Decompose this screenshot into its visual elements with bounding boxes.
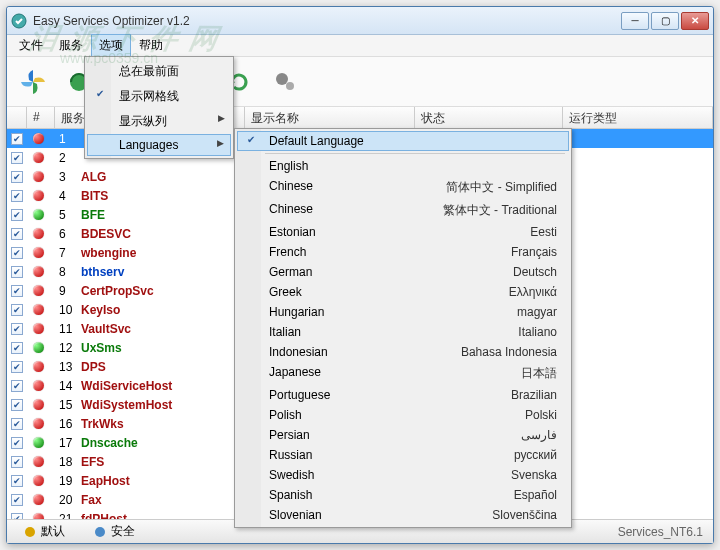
row-status-dot	[27, 207, 55, 223]
status-safe-button[interactable]: 安全	[83, 521, 145, 542]
status-default-button[interactable]: 默认	[13, 521, 75, 542]
col-checkbox[interactable]	[7, 107, 27, 128]
row-number: 4	[55, 189, 77, 203]
row-status-dot	[27, 169, 55, 185]
language-native: 繁体中文 - Traditional	[443, 202, 557, 219]
row-checkbox[interactable]: ✔	[7, 399, 27, 411]
svg-point-12	[25, 527, 35, 537]
titlebar[interactable]: Easy Services Optimizer v1.2 ─ ▢ ✕	[7, 7, 713, 35]
language-item[interactable]: Russianрусский	[237, 445, 569, 465]
language-item[interactable]: ✔Default Language	[237, 131, 569, 151]
row-checkbox[interactable]: ✔	[7, 247, 27, 259]
status-safe-label: 安全	[111, 523, 135, 540]
language-native: Slovenščina	[492, 508, 557, 522]
opt-always-on-top[interactable]: 总在最前面	[87, 59, 231, 84]
row-number: 5	[55, 208, 77, 222]
row-number: 8	[55, 265, 77, 279]
row-number: 16	[55, 417, 77, 431]
row-status-dot	[27, 283, 55, 299]
row-checkbox[interactable]: ✔	[7, 209, 27, 221]
language-item[interactable]: EstonianEesti	[237, 222, 569, 242]
language-item[interactable]: English	[237, 156, 569, 176]
language-item[interactable]: IndonesianBahasa Indonesia	[237, 342, 569, 362]
row-checkbox[interactable]: ✔	[7, 361, 27, 373]
menu-service[interactable]: 服务	[51, 34, 91, 57]
language-en: Swedish	[269, 468, 511, 482]
minimize-button[interactable]: ─	[621, 12, 649, 30]
language-item[interactable]: GermanDeutsch	[237, 262, 569, 282]
language-item[interactable]: Persianفارسی	[237, 425, 569, 445]
language-en: German	[269, 265, 513, 279]
language-item[interactable]: ItalianItaliano	[237, 322, 569, 342]
language-en: Spanish	[269, 488, 514, 502]
language-item[interactable]: SwedishSvenska	[237, 465, 569, 485]
row-number: 18	[55, 455, 77, 469]
pinwheel-icon	[18, 67, 48, 97]
language-item[interactable]: GreekΕλληνικά	[237, 282, 569, 302]
row-checkbox[interactable]: ✔	[7, 152, 27, 164]
row-checkbox[interactable]: ✔	[7, 171, 27, 183]
app-icon	[11, 13, 27, 29]
row-status-dot	[27, 511, 55, 520]
row-checkbox[interactable]: ✔	[7, 228, 27, 240]
language-en: Indonesian	[269, 345, 461, 359]
col-number[interactable]: #	[27, 107, 55, 128]
language-item[interactable]: PolishPolski	[237, 405, 569, 425]
row-checkbox[interactable]: ✔	[7, 475, 27, 487]
gear-icon	[93, 525, 107, 539]
row-checkbox[interactable]: ✔	[7, 285, 27, 297]
status-default-label: 默认	[41, 523, 65, 540]
row-checkbox[interactable]: ✔	[7, 437, 27, 449]
menubar: 文件 服务 选项 帮助	[7, 35, 713, 57]
menu-options[interactable]: 选项	[91, 34, 131, 57]
check-icon: ✔	[93, 88, 107, 99]
close-button[interactable]: ✕	[681, 12, 709, 30]
language-item[interactable]: Japanese日本語	[237, 362, 569, 385]
row-checkbox[interactable]: ✔	[7, 266, 27, 278]
row-checkbox[interactable]: ✔	[7, 133, 27, 145]
toolbar-button-6[interactable]	[265, 62, 305, 102]
col-display-name[interactable]: 显示名称	[245, 107, 415, 128]
language-native: Ελληνικά	[509, 285, 557, 299]
language-item[interactable]: Chinese繁体中文 - Traditional	[237, 199, 569, 222]
col-run-type[interactable]: 运行类型	[563, 107, 713, 128]
language-item[interactable]: SlovenianSlovenščina	[237, 505, 569, 525]
row-status-dot	[27, 359, 55, 375]
language-item[interactable]: SpanishEspañol	[237, 485, 569, 505]
opt-show-grid[interactable]: ✔显示网格线	[87, 84, 231, 109]
row-checkbox[interactable]: ✔	[7, 380, 27, 392]
row-checkbox[interactable]: ✔	[7, 456, 27, 468]
maximize-button[interactable]: ▢	[651, 12, 679, 30]
language-en: French	[269, 245, 511, 259]
col-state[interactable]: 状态	[415, 107, 563, 128]
toolbar-button-1[interactable]	[13, 62, 53, 102]
opt-languages[interactable]: Languages▶	[87, 134, 231, 156]
row-number: 14	[55, 379, 77, 393]
row-checkbox[interactable]: ✔	[7, 342, 27, 354]
row-status-dot	[27, 131, 55, 147]
language-item[interactable]: Chinese简体中文 - Simplified	[237, 176, 569, 199]
row-number: 15	[55, 398, 77, 412]
gear-icon	[23, 525, 37, 539]
row-checkbox[interactable]: ✔	[7, 418, 27, 430]
opt-show-columns[interactable]: 显示纵列▶	[87, 109, 231, 134]
menu-file[interactable]: 文件	[11, 34, 51, 57]
language-item[interactable]: FrenchFrançais	[237, 242, 569, 262]
row-checkbox[interactable]: ✔	[7, 323, 27, 335]
window-title: Easy Services Optimizer v1.2	[33, 14, 619, 28]
row-checkbox[interactable]: ✔	[7, 494, 27, 506]
language-item[interactable]: PortugueseBrazilian	[237, 385, 569, 405]
language-en: Portuguese	[269, 388, 511, 402]
row-number: 19	[55, 474, 77, 488]
language-item[interactable]: Hungarianmagyar	[237, 302, 569, 322]
row-checkbox[interactable]: ✔	[7, 190, 27, 202]
gears-icon	[272, 69, 298, 95]
language-native: Svenska	[511, 468, 557, 482]
language-en: Estonian	[269, 225, 530, 239]
menu-help[interactable]: 帮助	[131, 34, 171, 57]
status-version: Services_NT6.1	[618, 525, 707, 539]
row-status-dot	[27, 226, 55, 242]
row-checkbox[interactable]: ✔	[7, 304, 27, 316]
language-native: Brazilian	[511, 388, 557, 402]
language-en: Polish	[269, 408, 525, 422]
